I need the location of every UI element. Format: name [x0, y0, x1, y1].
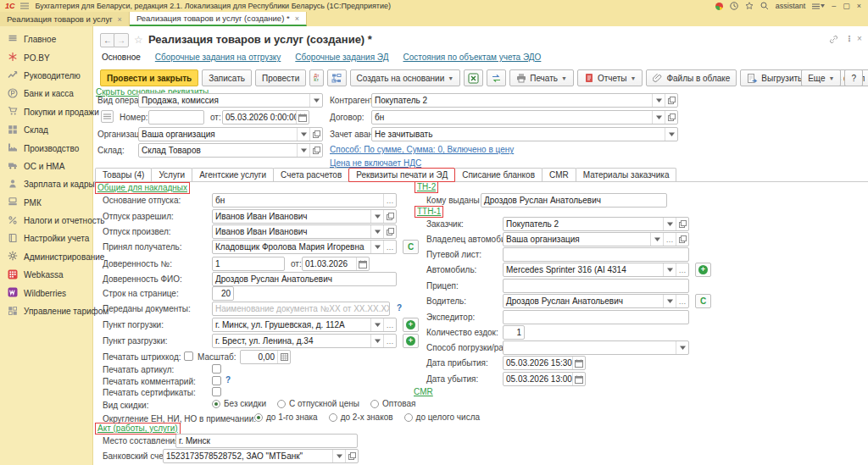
choose-button[interactable]: …	[383, 318, 396, 331]
create-based-button[interactable]: Создать на основании▼	[350, 69, 461, 86]
sidebar-item-4[interactable]: Банк и касса	[0, 85, 92, 102]
general-invoice-section-link[interactable]: Общие для накладных	[95, 182, 190, 194]
settings-menu-icon[interactable]	[812, 3, 825, 9]
app-tab-2[interactable]: Реализация товаров и услуг (создание) *×	[130, 12, 307, 26]
calendar-button[interactable]	[572, 357, 585, 369]
field-input[interactable]: Покупатель 2	[503, 217, 689, 231]
tn2-section-link[interactable]: ТН-2	[417, 182, 436, 191]
close-tab-icon[interactable]: ×	[295, 14, 299, 23]
app-tab-1[interactable]: Реализация товаров и услуг×	[0, 12, 130, 26]
power-of-attorney-number-input[interactable]: 1	[212, 257, 285, 271]
more-menu-icon[interactable]: ⋮	[845, 34, 854, 43]
open-button[interactable]	[665, 94, 677, 107]
choose-button[interactable]: …	[383, 335, 396, 347]
open-button[interactable]	[345, 450, 358, 462]
close-window-button[interactable]: ×	[857, 3, 861, 10]
save-button[interactable]: Записать	[202, 69, 252, 86]
calendar-button[interactable]	[356, 257, 369, 270]
field-input[interactable]: г. Минск, ул. Грушевская, д. 112А…	[212, 318, 397, 332]
history-icon[interactable]	[730, 2, 738, 10]
form-nav-link-1[interactable]: Основное	[102, 53, 141, 62]
maximize-button[interactable]: ▢	[843, 3, 850, 10]
power-of-attorney-date-input[interactable]: 01.03.2026	[302, 257, 370, 271]
print-button[interactable]: Печать▼	[509, 69, 574, 86]
refresh-button[interactable]: C	[695, 294, 711, 308]
sidebar-item-8[interactable]: ОС и НМА	[0, 158, 92, 175]
ttn1-section-link[interactable]: ТТН-1	[415, 206, 443, 218]
field-input[interactable]: 1	[503, 325, 525, 340]
calendar-button[interactable]	[572, 373, 585, 385]
act-section-link[interactable]: Акт (работы, услуги)	[95, 423, 181, 435]
field-input[interactable]	[503, 310, 689, 324]
radio-option[interactable]: до 1-го знака	[254, 412, 318, 422]
post-button[interactable]: Провести	[255, 69, 306, 86]
checkbox[interactable]	[212, 376, 221, 385]
sidebar-item-12[interactable]: Настройки учета	[0, 230, 92, 247]
sidebar-item-9[interactable]: Зарплата и кадры	[0, 175, 92, 193]
organization-combo[interactable]: Ваша организация	[138, 127, 323, 141]
sidebar-item-6[interactable]: Склад	[0, 121, 92, 139]
radio-circle[interactable]	[212, 400, 220, 408]
dtkt-button[interactable]: ДтКт	[309, 69, 323, 86]
add-button[interactable]: +	[695, 263, 711, 277]
radio-option[interactable]: до 2-х знаков	[329, 412, 393, 422]
field-input[interactable]: Иванов Иван Иванович	[212, 224, 397, 239]
dropdown-button[interactable]	[332, 450, 345, 462]
date-input[interactable]: 05.03.2026 0:00:00	[222, 110, 309, 125]
choose-button[interactable]: …	[676, 263, 688, 276]
dropdown-button[interactable]	[665, 128, 677, 141]
dropdown-button[interactable]	[309, 94, 322, 107]
add-button[interactable]: +	[403, 334, 419, 348]
ttn1-section-link[interactable]: ТТН-1	[417, 207, 441, 216]
field-input[interactable]: Дроздов Руслан Анатольевич	[212, 272, 397, 286]
doc-tab-2[interactable]: Услуги	[151, 168, 192, 181]
open-button[interactable]	[383, 210, 396, 223]
structure-button[interactable]	[327, 69, 347, 86]
act-section-link[interactable]: Акт (работы, услуги)	[97, 423, 178, 433]
excel-button[interactable]	[464, 69, 483, 86]
choose-button[interactable]: …	[663, 233, 676, 246]
choose-button[interactable]: …	[383, 241, 396, 253]
help-icon[interactable]: ?	[225, 375, 231, 385]
open-button[interactable]	[383, 225, 396, 238]
form-nav-link-2[interactable]: Сборочные задания на отгрузку	[155, 53, 281, 62]
form-nav-link-4[interactable]: Состояния по объектам учета ЭДО	[403, 53, 541, 62]
radio-option[interactable]: Оптовая	[370, 399, 415, 408]
sidebar-item-7[interactable]: Производство	[0, 139, 92, 157]
field-input[interactable]: г. Брест, ул. Ленина, д.34…	[212, 334, 397, 348]
field-input[interactable]: Дроздов Руслан Анатольевич…	[503, 294, 689, 308]
checkbox[interactable]	[184, 352, 193, 361]
cloud-files-button[interactable]: Файлы в облаке	[646, 69, 737, 86]
checkbox[interactable]	[212, 387, 221, 396]
dropdown-button[interactable]	[652, 111, 665, 124]
open-button[interactable]	[676, 218, 688, 230]
sidebar-item-11[interactable]: Налоги и отчетность	[0, 212, 92, 230]
dropdown-button[interactable]	[370, 241, 383, 253]
field-input[interactable]: 05.03.2026 15:30:00	[503, 356, 586, 370]
link-icon[interactable]	[829, 35, 838, 46]
doc-tab-8[interactable]: Материалы заказчика	[576, 168, 677, 181]
sidebar-item-16[interactable]: Управление тарифом	[0, 302, 92, 320]
doc-tab-3[interactable]: Агентские услуги	[192, 168, 274, 181]
open-button[interactable]	[309, 144, 322, 157]
calculator-button[interactable]	[277, 351, 290, 363]
favorites-icon[interactable]	[745, 2, 754, 10]
field-input[interactable]: Дроздов Руслан Анатольевич	[481, 193, 667, 208]
doc-tab-5[interactable]: Реквизиты печати и ЭД	[348, 168, 455, 182]
field-input[interactable]: Mercedes Sprinter 316 (AI 4314…	[503, 263, 689, 277]
form-nav-link-3[interactable]: Сборочные задания ЭД	[295, 53, 388, 62]
radio-option[interactable]: Без скидки	[212, 399, 266, 408]
number-input[interactable]	[148, 110, 204, 125]
contract-combo[interactable]: бн	[371, 110, 678, 125]
field-input[interactable]: 1523173578528752, ЗАО "МТБанк"	[163, 449, 359, 463]
doc-tab-6[interactable]: Списание бланков	[454, 168, 542, 181]
operation-type-combo[interactable]: Продажа, комиссия	[138, 93, 323, 108]
dropdown-button[interactable]	[650, 233, 663, 246]
favorite-star-icon[interactable]: ☆	[134, 34, 143, 46]
field-input[interactable]: бн…	[212, 193, 397, 208]
field-input[interactable]: 20	[212, 286, 234, 301]
field-input[interactable]	[503, 340, 689, 355]
dropdown-button[interactable]	[663, 295, 676, 307]
checkbox[interactable]	[212, 364, 221, 374]
more-button[interactable]: Еще▼	[801, 69, 841, 86]
